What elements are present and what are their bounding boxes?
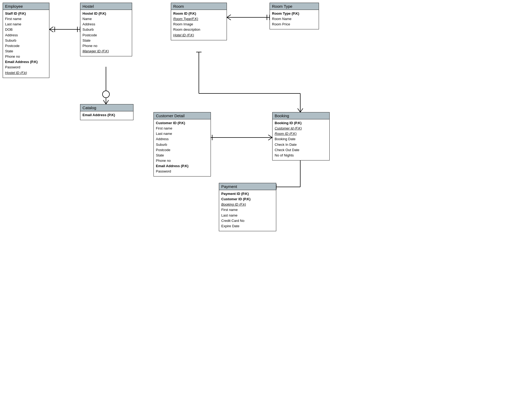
field: Booking Date [275,136,327,142]
entity-roomtype: Room Type Room Type (P.K) Room Name Room… [270,3,319,29]
bk-crow3 [268,138,272,140]
field: DOB [5,27,47,32]
entity-hostel: Hostel Hostel ID (P.K) Name Address Subu… [80,3,132,56]
field: Check Out Date [275,147,327,153]
field: Room Image [173,22,224,27]
booking-crow1 [298,108,300,112]
emp-crow1 [49,27,53,29]
catalog-crow3 [106,100,109,104]
field: Customer Id (F.K) [275,126,327,131]
entity-catalog-header: Catalog [80,104,133,111]
field: Room Name [272,16,317,22]
field: Phone no [156,158,208,163]
entity-roomtype-title: Room Type [272,4,292,9]
bk-crow1 [268,135,272,138]
entity-payment-title: Payment [221,184,237,189]
entity-room: Room Room ID (P.K) Room Type(F.K) Room I… [171,3,227,40]
entity-payment: Payment Payment ID (P.K) Customer ID (P.… [219,183,276,231]
field: First name [5,16,47,22]
entity-room-title: Room [173,4,184,9]
field: Phone no [82,43,130,49]
entity-room-header: Room [171,3,227,10]
field: First name [221,207,274,213]
field: Room Type(F.K) [173,16,224,22]
field: Last name [221,213,274,218]
field: Name [82,16,130,22]
entity-employee: Employee Staff ID (P.K) First name Last … [3,3,49,78]
field: State [5,49,47,54]
entity-employee-body: Staff ID (P.K) First name Last name DOB … [3,10,49,78]
entity-employee-title: Employee [5,4,23,9]
field: First name [156,126,208,131]
entity-hostel-header: Hostel [80,3,132,10]
field: Expire Date [221,223,274,229]
entity-hostel-body: Hostel ID (P.K) Name Address Suburb Post… [80,10,132,56]
entity-booking: Booking Booking ID (P.K) Customer Id (F.… [272,112,330,160]
field: Room Price [272,22,317,27]
entity-payment-body: Payment ID (P.K) Customer ID (P.K) Booki… [219,190,276,231]
entity-catalog: Catalog Email Address (P.K) [80,104,133,120]
entity-customer-header: Customer Detail [154,112,211,119]
field: No of Nights [275,153,327,158]
field: Booking ID (P.K) [275,120,327,126]
entity-customer: Customer Detail Customer ID (P.K) First … [153,112,211,176]
field: Phone no [5,54,47,59]
field: Postcode [156,147,208,153]
field: Postcode [5,43,47,49]
entity-roomtype-body: Room Type (P.K) Room Name Room Price [270,10,319,29]
field: Customer ID (P.K) [221,197,274,202]
entity-room-body: Room ID (P.K) Room Type(F.K) Room Image … [171,10,227,40]
entity-hostel-title: Hostel [82,4,94,9]
entity-employee-header: Employee [3,3,49,10]
field: State [156,153,208,158]
field: Address [5,33,47,38]
room-crow1 [227,15,231,17]
entity-booking-header: Booking [273,112,329,119]
entity-roomtype-header: Room Type [270,3,319,10]
field: Last name [156,131,208,136]
field: Hostel ID (P.K) [82,11,130,16]
entity-catalog-body: Email Address (P.K) [80,111,133,120]
field: Address [82,22,130,27]
field: Email Address (P.K) [82,112,131,118]
field: Email Address (P.K) [156,163,208,169]
field: Customer ID (P.K) [156,120,208,126]
entity-customer-title: Customer Detail [156,113,185,118]
entity-booking-title: Booking [275,113,289,118]
field: Address [156,136,208,142]
field: Room ID (F.K) [275,131,327,136]
field: Hotel ID (F.K) [173,33,224,38]
field: Password [5,65,47,70]
field: Staff ID (P.K) [5,11,47,16]
field: Email Address (P.K) [5,59,47,65]
field: Room Type (P.K) [272,11,317,16]
field: Suburb [82,27,130,32]
entity-catalog-title: Catalog [82,105,96,110]
hostel-catalog-circle [102,91,109,98]
field: Check In Date [275,142,327,147]
field: Hostel ID (F.k) [5,70,47,76]
field: Room ID (P.K) [173,11,224,16]
er-diagram: Employee Staff ID (P.K) First name Last … [0,0,521,420]
booking-crow3 [300,108,303,112]
entity-booking-body: Booking ID (P.K) Customer Id (F.K) Room … [273,119,329,160]
field: Suburb [5,38,47,43]
emp-crow3 [49,29,53,32]
field: Payment ID (P.K) [221,191,274,197]
field: Last name [5,22,47,27]
field: Booking ID (F.k) [221,202,274,207]
entity-customer-body: Customer ID (P.K) First name Last name A… [154,119,211,176]
field: Suburb [156,142,208,147]
room-crow3 [227,17,231,20]
entity-payment-header: Payment [219,183,276,190]
field: State [82,38,130,43]
field: Credit Card No [221,218,274,223]
field: Manager ID (F.K) [82,49,130,54]
field: Password [156,169,208,174]
catalog-crow1 [103,100,106,104]
field: Room description [173,27,224,32]
field: Postcode [82,33,130,38]
